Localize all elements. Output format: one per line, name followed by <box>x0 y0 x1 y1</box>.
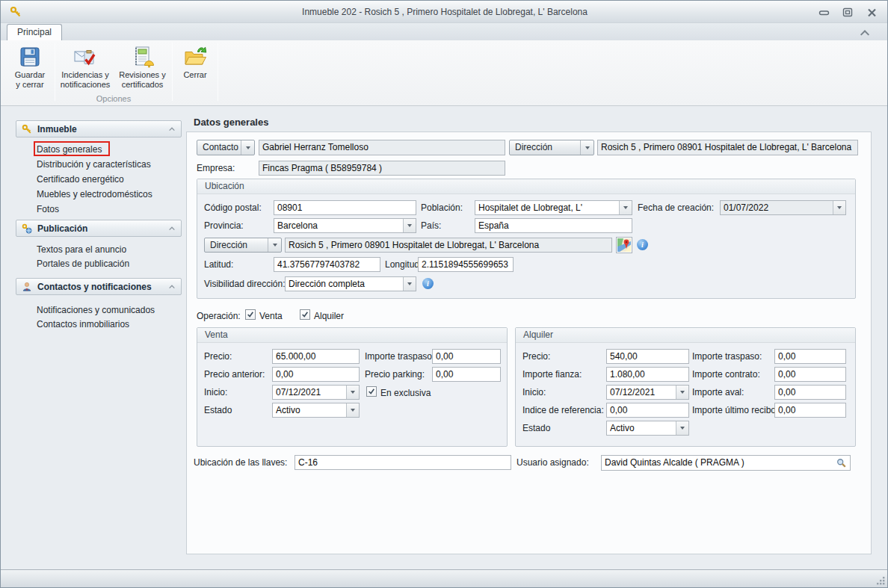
close-button[interactable] <box>863 6 880 19</box>
sidebar-item-portales[interactable]: Portales de publicación <box>37 259 129 269</box>
chevron-down-icon[interactable] <box>346 386 359 399</box>
fecha-creacion-datepicker[interactable]: 01/07/2022 <box>720 200 846 215</box>
chevron-down-icon[interactable] <box>403 219 416 232</box>
chevron-down-icon[interactable] <box>403 277 416 291</box>
title-bar: Inmueble 202 - Rosich 5 , Primero Hospit… <box>1 1 888 23</box>
latitud-input[interactable] <box>274 257 380 272</box>
sidebar-section-contactos[interactable]: Contactos y notificaciones <box>16 278 182 295</box>
incidencias-button[interactable]: Incidencias y notificaciones <box>57 42 114 93</box>
minimize-button[interactable] <box>815 6 832 19</box>
alquiler-importe-traspaso-label: Importe traspaso: <box>692 351 762 362</box>
resize-grip[interactable] <box>875 575 886 586</box>
sidebar-item-fotos[interactable]: Fotos <box>37 204 59 214</box>
cerrar-button[interactable]: Cerrar <box>175 42 215 93</box>
revisiones-button[interactable]: Revisiones y certificados <box>114 42 170 93</box>
alquiler-importe-fianza-input[interactable] <box>606 367 689 382</box>
section-title: Publicación <box>37 223 168 234</box>
user-lookup-button[interactable] <box>833 457 848 468</box>
sidebar-item-muebles[interactable]: Muebles y electrodomésticos <box>37 189 152 199</box>
direccion-selector[interactable]: Dirección <box>509 140 594 155</box>
direccion-inner-field[interactable]: Rosich 5 , Primero 08901 Hospitalet de L… <box>285 238 612 253</box>
section-title: Contactos y notificaciones <box>37 282 168 292</box>
maximize-button[interactable] <box>839 6 856 19</box>
sidebar-section-inmueble[interactable]: Inmueble <box>16 120 182 137</box>
magnifier-icon <box>836 458 847 468</box>
usuario-asignado-label: Usuario asignado: <box>517 457 589 468</box>
chevron-down-icon[interactable] <box>619 201 632 214</box>
venta-checkbox[interactable] <box>245 309 256 320</box>
empresa-field[interactable]: Fincas Pragma ( B58959784 ) <box>259 161 505 176</box>
alquiler-inicio-value: 07/12/2021 <box>610 386 675 399</box>
tab-principal[interactable]: Principal <box>7 24 62 40</box>
venta-estado-label: Estado <box>204 405 232 415</box>
info-icon[interactable]: i <box>422 278 434 289</box>
alquiler-estado-select[interactable]: Activo <box>606 421 689 436</box>
alquiler-checkbox[interactable] <box>300 309 310 320</box>
direccion-value-field[interactable]: Rosich 5 , Primero 08901 Hospitalet de L… <box>597 140 858 155</box>
info-icon[interactable]: i <box>637 239 648 250</box>
save-and-close-button[interactable]: Guardar y cerrar <box>7 42 53 93</box>
venta-inicio-datepicker[interactable]: 07/12/2021 <box>272 385 360 400</box>
contacto-value-field[interactable]: Gabriel Herranz Tomelloso <box>259 140 505 155</box>
venta-precio-parking-input[interactable] <box>432 367 501 382</box>
contacto-selector[interactable]: Contacto <box>197 140 255 155</box>
alquiler-inicio-datepicker[interactable]: 07/12/2021 <box>606 385 689 400</box>
chevron-down-icon[interactable] <box>676 421 688 435</box>
provincia-select[interactable]: Barcelona <box>274 218 416 233</box>
chevron-down-icon[interactable] <box>833 201 845 214</box>
sidebar-item-notificaciones[interactable]: Notificaciones y comunicados <box>37 305 155 315</box>
alquiler-ultimo-recibo-input[interactable] <box>774 403 846 418</box>
venta-precio-input[interactable] <box>272 349 360 364</box>
venta-inicio-value: 07/12/2021 <box>276 386 345 399</box>
venta-caption: Venta <box>197 328 507 343</box>
save-label-line2: y cerrar <box>16 80 43 89</box>
venta-precio-anterior-input[interactable] <box>272 367 360 382</box>
pais-input[interactable] <box>475 218 632 233</box>
chevron-down-icon[interactable] <box>241 140 254 155</box>
fecha-creacion-value: 01/07/2022 <box>724 201 832 214</box>
alquiler-estado-value: Activo <box>610 421 675 435</box>
direccion-inner-selector[interactable]: Dirección <box>204 238 282 253</box>
venta-precio-anterior-label: Precio anterior: <box>204 369 265 380</box>
chevron-down-icon[interactable] <box>676 386 688 399</box>
sidebar-item-datos-generales[interactable]: Datos generales <box>37 144 102 155</box>
usuario-asignado-field[interactable]: David Quintas Alcalde ( PRAGMA ) <box>601 455 851 471</box>
llaves-input[interactable] <box>295 455 511 470</box>
llaves-label: Ubicación de las llaves: <box>194 457 287 468</box>
codigo-postal-input[interactable] <box>274 200 416 215</box>
poblacion-select[interactable]: Hospitalet de Llobregat, L' <box>475 200 632 215</box>
ribbon-group-caption: Opciones <box>57 94 170 103</box>
chevron-down-icon[interactable] <box>580 140 593 155</box>
longitud-input[interactable] <box>418 257 514 272</box>
latitud-label: Latitud: <box>204 259 233 270</box>
venta-estado-select[interactable]: Activo <box>272 403 360 418</box>
sidebar-section-publicacion[interactable]: Publicación <box>16 220 182 237</box>
sidebar-item-contactos-inmobiliarios[interactable]: Contactos inmobiliarios <box>37 319 129 329</box>
alquiler-importe-traspaso-input[interactable] <box>774 349 846 364</box>
alquiler-importe-aval-input[interactable] <box>774 385 846 400</box>
check-icon <box>368 388 375 395</box>
en-exclusiva-checkbox[interactable] <box>366 386 377 397</box>
save-label-line1: Guardar <box>15 70 45 79</box>
chevron-up-icon[interactable] <box>859 28 871 37</box>
alquiler-precio-input[interactable] <box>606 349 689 364</box>
pais-label: País: <box>421 220 441 231</box>
chevron-up-icon[interactable] <box>168 284 176 289</box>
alquiler-importe-contrato-input[interactable] <box>774 367 846 382</box>
visibilidad-select[interactable]: Dirección completa <box>285 276 416 291</box>
chevron-down-icon[interactable] <box>268 238 281 252</box>
provincia-label: Provincia: <box>204 220 244 231</box>
venta-importe-traspaso-label: Importe traspaso: <box>365 351 434 362</box>
sidebar-item-distribucion[interactable]: Distribución y características <box>37 159 151 170</box>
alquiler-importe-aval-label: Importe aval: <box>692 387 744 397</box>
alquiler-indice-referencia-input[interactable] <box>606 403 689 418</box>
chevron-up-icon[interactable] <box>168 126 176 131</box>
show-map-button[interactable] <box>616 237 632 253</box>
chevron-up-icon[interactable] <box>168 226 176 231</box>
visibilidad-value: Dirección completa <box>289 277 402 291</box>
venta-importe-traspaso-input[interactable] <box>432 349 501 364</box>
sidebar-item-textos-anuncio[interactable]: Textos para el anuncio <box>37 244 126 255</box>
sidebar-item-certificado[interactable]: Certificado energético <box>37 174 124 185</box>
chevron-down-icon[interactable] <box>346 403 359 417</box>
ribbon-separator <box>55 43 55 101</box>
